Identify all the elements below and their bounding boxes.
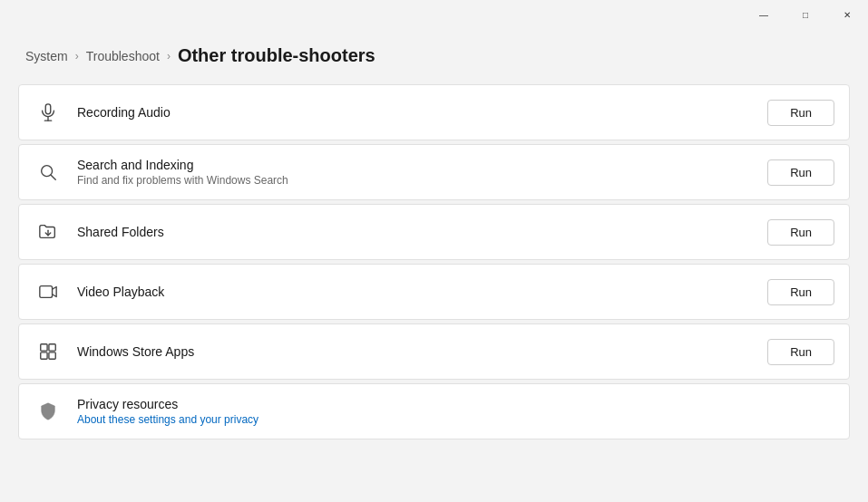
store-icon — [34, 337, 63, 366]
recording-audio-title: Recording Audio — [77, 105, 753, 120]
search-indexing-title: Search and Indexing — [77, 158, 753, 172]
breadcrumb-current: Other trouble-shooters — [178, 45, 375, 66]
privacy-resources-item: Privacy resources About these settings a… — [18, 383, 850, 439]
svg-line-4 — [51, 175, 55, 179]
privacy-info: Privacy resources About these settings a… — [77, 397, 834, 426]
search-indexing-run-button[interactable]: Run — [767, 159, 834, 186]
svg-rect-8 — [49, 344, 55, 351]
troubleshooter-windows-store-apps: Windows Store Apps Run — [18, 323, 850, 380]
windows-store-apps-title: Windows Store Apps — [77, 344, 753, 359]
troubleshooter-recording-audio: Recording Audio Run — [18, 84, 850, 140]
shared-folder-icon — [34, 217, 63, 246]
video-svg — [38, 282, 58, 302]
minimize-button[interactable]: — — [743, 0, 785, 29]
breadcrumb-sep-2: › — [167, 50, 171, 63]
troubleshooter-video-playback: Video Playback Run — [18, 264, 850, 320]
svg-rect-6 — [40, 286, 53, 298]
svg-rect-10 — [49, 352, 55, 359]
maximize-button[interactable]: □ — [785, 0, 826, 29]
breadcrumb-sep-1: › — [75, 50, 79, 63]
breadcrumb-troubleshoot[interactable]: Troubleshoot — [86, 49, 160, 63]
recording-audio-info: Recording Audio — [77, 105, 753, 120]
search-icon — [34, 158, 63, 187]
microphone-icon — [34, 98, 63, 127]
recording-audio-run-button[interactable]: Run — [767, 100, 834, 126]
svg-rect-9 — [41, 352, 47, 359]
microphone-svg — [38, 102, 58, 122]
breadcrumb-system[interactable]: System — [25, 49, 68, 63]
video-playback-info: Video Playback — [77, 285, 753, 299]
content-area: Recording Audio Run Search and Indexing … — [0, 84, 868, 496]
shared-folders-title: Shared Folders — [77, 225, 753, 239]
search-svg — [38, 162, 58, 182]
windows-store-apps-info: Windows Store Apps — [77, 344, 753, 359]
video-playback-run-button[interactable]: Run — [767, 279, 834, 305]
shield-icon — [34, 397, 63, 426]
title-bar: — □ ✕ — [0, 0, 868, 29]
svg-rect-7 — [41, 344, 47, 351]
search-indexing-info: Search and Indexing Find and fix problem… — [77, 158, 753, 187]
privacy-title: Privacy resources — [77, 397, 834, 411]
shared-folders-run-button[interactable]: Run — [767, 219, 834, 246]
video-icon — [34, 277, 63, 306]
store-svg — [38, 342, 58, 362]
shared-folder-svg — [38, 222, 58, 242]
breadcrumb: System › Troubleshoot › Other trouble-sh… — [0, 29, 868, 84]
troubleshooter-search-indexing: Search and Indexing Find and fix problem… — [18, 144, 850, 200]
privacy-link[interactable]: About these settings and your privacy — [77, 413, 258, 426]
shield-svg — [38, 401, 58, 421]
shared-folders-info: Shared Folders — [77, 225, 753, 239]
troubleshooter-shared-folders: Shared Folders Run — [18, 204, 850, 260]
video-playback-title: Video Playback — [77, 285, 753, 299]
close-button[interactable]: ✕ — [826, 0, 868, 29]
search-indexing-subtitle: Find and fix problems with Windows Searc… — [77, 174, 753, 187]
svg-rect-0 — [45, 104, 51, 114]
windows-store-apps-run-button[interactable]: Run — [767, 339, 834, 365]
privacy-subtitle: About these settings and your privacy — [77, 413, 834, 426]
